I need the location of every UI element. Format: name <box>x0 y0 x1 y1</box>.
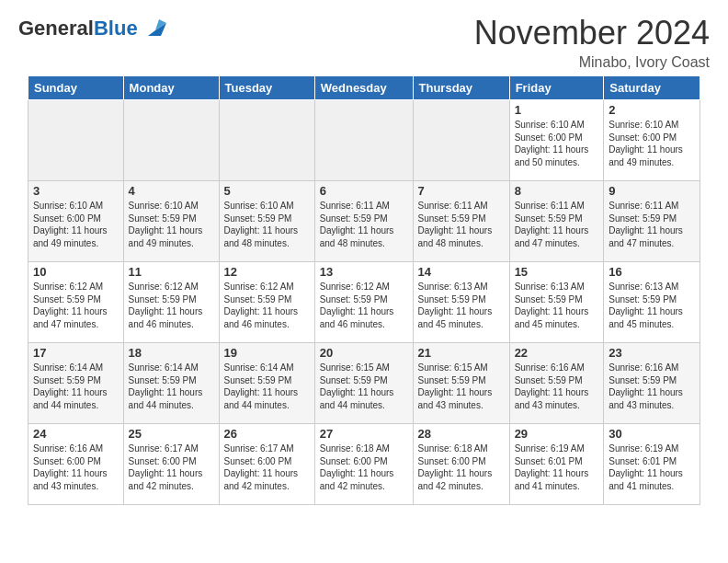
week-row-1: 1Sunrise: 6:10 AMSunset: 6:00 PMDaylight… <box>28 100 700 181</box>
table-row: 8Sunrise: 6:11 AMSunset: 5:59 PMDaylight… <box>509 181 604 262</box>
title-area: November 2024 Minabo, Ivory Coast <box>474 14 710 71</box>
day-number: 23 <box>609 346 695 360</box>
table-row: 24Sunrise: 6:16 AMSunset: 6:00 PMDayligh… <box>28 424 124 505</box>
day-info: Sunrise: 6:16 AMSunset: 5:59 PMDaylight:… <box>609 362 695 411</box>
day-number: 10 <box>33 265 119 279</box>
table-row: 1Sunrise: 6:10 AMSunset: 6:00 PMDaylight… <box>509 100 604 181</box>
table-row: 30Sunrise: 6:19 AMSunset: 6:01 PMDayligh… <box>604 424 700 505</box>
day-info: Sunrise: 6:11 AMSunset: 5:59 PMDaylight:… <box>609 200 695 249</box>
location: Minabo, Ivory Coast <box>474 54 710 71</box>
day-info: Sunrise: 6:10 AMSunset: 5:59 PMDaylight:… <box>224 200 310 249</box>
day-number: 7 <box>418 184 505 198</box>
day-info: Sunrise: 6:13 AMSunset: 5:59 PMDaylight:… <box>515 281 599 330</box>
day-info: Sunrise: 6:11 AMSunset: 5:59 PMDaylight:… <box>418 200 505 249</box>
day-info: Sunrise: 6:16 AMSunset: 6:00 PMDaylight:… <box>33 442 119 492</box>
day-info: Sunrise: 6:16 AMSunset: 5:59 PMDaylight:… <box>515 362 599 411</box>
day-number: 5 <box>224 184 310 198</box>
calendar-table: Sunday Monday Tuesday Wednesday Thursday… <box>28 75 700 505</box>
day-number: 16 <box>609 265 695 279</box>
month-title: November 2024 <box>474 14 710 52</box>
day-number: 29 <box>515 427 599 441</box>
day-number: 24 <box>33 427 119 441</box>
table-row: 12Sunrise: 6:12 AMSunset: 5:59 PMDayligh… <box>219 262 314 343</box>
table-row: 28Sunrise: 6:18 AMSunset: 6:00 PMDayligh… <box>413 424 509 505</box>
day-info: Sunrise: 6:13 AMSunset: 5:59 PMDaylight:… <box>609 281 695 330</box>
day-info: Sunrise: 6:11 AMSunset: 5:59 PMDaylight:… <box>320 200 408 249</box>
table-row: 11Sunrise: 6:12 AMSunset: 5:59 PMDayligh… <box>123 262 219 343</box>
day-number: 18 <box>129 346 214 360</box>
table-row: 27Sunrise: 6:18 AMSunset: 6:00 PMDayligh… <box>314 424 413 505</box>
table-row: 18Sunrise: 6:14 AMSunset: 5:59 PMDayligh… <box>123 343 219 424</box>
table-row: 19Sunrise: 6:14 AMSunset: 5:59 PMDayligh… <box>219 343 314 424</box>
day-info: Sunrise: 6:10 AMSunset: 5:59 PMDaylight:… <box>129 200 214 249</box>
day-number: 8 <box>515 184 599 198</box>
day-number: 19 <box>224 346 310 360</box>
logo-blue-text: Blue <box>94 17 138 40</box>
table-row: 2Sunrise: 6:10 AMSunset: 6:00 PMDaylight… <box>604 100 700 181</box>
day-number: 9 <box>609 184 695 198</box>
day-info: Sunrise: 6:19 AMSunset: 6:01 PMDaylight:… <box>609 442 695 492</box>
table-row: 17Sunrise: 6:14 AMSunset: 5:59 PMDayligh… <box>28 343 124 424</box>
day-info: Sunrise: 6:11 AMSunset: 5:59 PMDaylight:… <box>515 200 599 249</box>
day-info: Sunrise: 6:15 AMSunset: 5:59 PMDaylight:… <box>320 362 408 411</box>
logo-general: General <box>18 17 94 40</box>
table-row: 22Sunrise: 6:16 AMSunset: 5:59 PMDayligh… <box>509 343 604 424</box>
day-number: 28 <box>418 427 505 441</box>
day-info: Sunrise: 6:12 AMSunset: 5:59 PMDaylight:… <box>320 281 408 330</box>
header-tuesday: Tuesday <box>219 76 314 100</box>
page-header: GeneralBlue November 2024 Minabo, Ivory … <box>0 0 728 75</box>
table-row: 5Sunrise: 6:10 AMSunset: 5:59 PMDaylight… <box>219 181 314 262</box>
day-info: Sunrise: 6:18 AMSunset: 6:00 PMDaylight:… <box>320 442 408 492</box>
table-row: 4Sunrise: 6:10 AMSunset: 5:59 PMDaylight… <box>123 181 219 262</box>
day-number: 25 <box>129 427 214 441</box>
table-row <box>28 100 124 181</box>
week-row-2: 3Sunrise: 6:10 AMSunset: 6:00 PMDaylight… <box>28 181 700 262</box>
day-info: Sunrise: 6:18 AMSunset: 6:00 PMDaylight:… <box>418 442 505 492</box>
table-row: 15Sunrise: 6:13 AMSunset: 5:59 PMDayligh… <box>509 262 604 343</box>
table-row: 25Sunrise: 6:17 AMSunset: 6:00 PMDayligh… <box>123 424 219 505</box>
week-row-4: 17Sunrise: 6:14 AMSunset: 5:59 PMDayligh… <box>28 343 700 424</box>
day-number: 6 <box>320 184 408 198</box>
table-row: 14Sunrise: 6:13 AMSunset: 5:59 PMDayligh… <box>413 262 509 343</box>
day-number: 1 <box>515 103 599 117</box>
table-row: 7Sunrise: 6:11 AMSunset: 5:59 PMDaylight… <box>413 181 509 262</box>
header-saturday: Saturday <box>604 76 700 100</box>
day-number: 22 <box>515 346 599 360</box>
day-number: 30 <box>609 427 695 441</box>
day-info: Sunrise: 6:10 AMSunset: 6:00 PMDaylight:… <box>609 119 695 168</box>
logo-text: GeneralBlue <box>18 17 138 40</box>
table-row <box>413 100 509 181</box>
day-info: Sunrise: 6:14 AMSunset: 5:59 PMDaylight:… <box>129 362 214 411</box>
day-info: Sunrise: 6:13 AMSunset: 5:59 PMDaylight:… <box>418 281 505 330</box>
day-info: Sunrise: 6:14 AMSunset: 5:59 PMDaylight:… <box>224 362 310 411</box>
table-row: 6Sunrise: 6:11 AMSunset: 5:59 PMDaylight… <box>314 181 413 262</box>
table-row: 23Sunrise: 6:16 AMSunset: 5:59 PMDayligh… <box>604 343 700 424</box>
day-number: 2 <box>609 103 695 117</box>
day-info: Sunrise: 6:15 AMSunset: 5:59 PMDaylight:… <box>418 362 505 411</box>
day-info: Sunrise: 6:17 AMSunset: 6:00 PMDaylight:… <box>224 442 310 492</box>
day-number: 13 <box>320 265 408 279</box>
day-number: 4 <box>129 184 214 198</box>
header-friday: Friday <box>509 76 604 100</box>
day-info: Sunrise: 6:17 AMSunset: 6:00 PMDaylight:… <box>129 442 214 492</box>
table-row <box>123 100 219 181</box>
day-info: Sunrise: 6:12 AMSunset: 5:59 PMDaylight:… <box>224 281 310 330</box>
table-row: 13Sunrise: 6:12 AMSunset: 5:59 PMDayligh… <box>314 262 413 343</box>
week-row-5: 24Sunrise: 6:16 AMSunset: 6:00 PMDayligh… <box>28 424 700 505</box>
day-info: Sunrise: 6:19 AMSunset: 6:01 PMDaylight:… <box>515 442 599 492</box>
header-wednesday: Wednesday <box>314 76 413 100</box>
week-row-3: 10Sunrise: 6:12 AMSunset: 5:59 PMDayligh… <box>28 262 700 343</box>
day-info: Sunrise: 6:10 AMSunset: 6:00 PMDaylight:… <box>515 119 599 168</box>
header-sunday: Sunday <box>28 76 124 100</box>
table-row: 10Sunrise: 6:12 AMSunset: 5:59 PMDayligh… <box>28 262 124 343</box>
table-row: 20Sunrise: 6:15 AMSunset: 5:59 PMDayligh… <box>314 343 413 424</box>
day-number: 15 <box>515 265 599 279</box>
table-row: 29Sunrise: 6:19 AMSunset: 6:01 PMDayligh… <box>509 424 604 505</box>
header-monday: Monday <box>123 76 219 100</box>
day-number: 12 <box>224 265 310 279</box>
day-number: 14 <box>418 265 505 279</box>
day-number: 11 <box>129 265 214 279</box>
day-info: Sunrise: 6:14 AMSunset: 5:59 PMDaylight:… <box>33 362 119 411</box>
table-row: 26Sunrise: 6:17 AMSunset: 6:00 PMDayligh… <box>219 424 314 505</box>
day-info: Sunrise: 6:10 AMSunset: 6:00 PMDaylight:… <box>33 200 119 249</box>
